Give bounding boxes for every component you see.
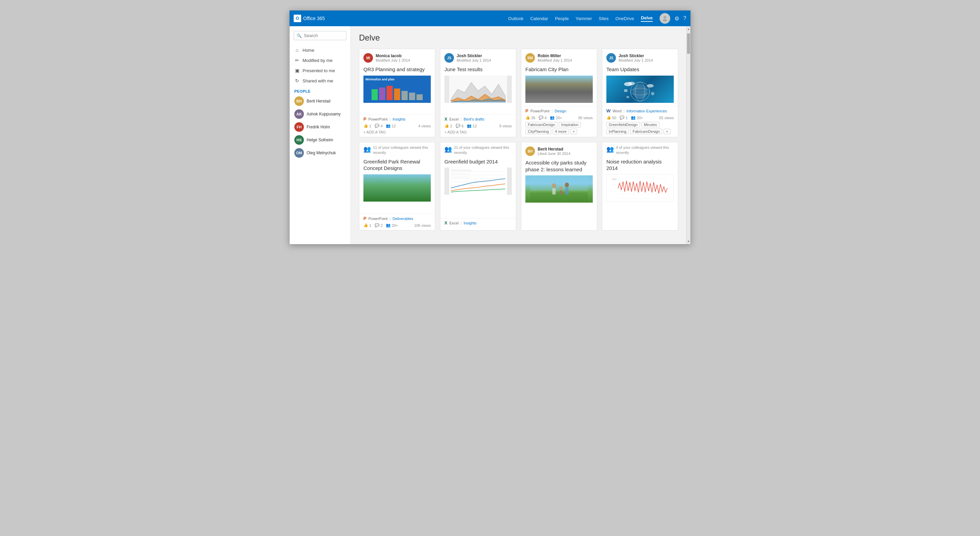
- tag-greenfield-design[interactable]: GreenfieldDesign: [606, 122, 640, 128]
- svg-point-18: [628, 82, 635, 85]
- tag-fabricam-design2[interactable]: FabricamDesign: [630, 129, 662, 134]
- top-navigation: O Office 365 Outlook Calendar People Yam…: [290, 11, 690, 26]
- tag-inspiration[interactable]: Inspiration: [559, 122, 581, 128]
- card-title-june[interactable]: June Test results: [440, 65, 516, 76]
- likes-team: 50: [612, 116, 616, 120]
- scroll-thumb[interactable]: [687, 34, 690, 54]
- card-tag-link-fabricam[interactable]: Design: [555, 109, 566, 113]
- card-title-budget[interactable]: Greenfield budget 2014: [440, 157, 516, 168]
- app-logo[interactable]: O Office 365: [294, 14, 325, 22]
- comment-icon: 💬: [375, 124, 379, 128]
- settings-icon[interactable]: ⚙: [675, 15, 679, 22]
- powerpoint-icon: P: [363, 116, 366, 121]
- comment-icon-fab: 💬: [539, 115, 543, 120]
- card-tag-link-team[interactable]: Information Experiences: [627, 109, 667, 113]
- card-footer-fabricam: P PowerPoint | Design 👍36 💬4 👥20+ 95 vie…: [521, 106, 597, 137]
- card-author-fabricam: Robin Miller: [538, 53, 572, 58]
- user-avatar[interactable]: [659, 13, 670, 24]
- card-date-qr3: Modified July 1 2014: [375, 58, 410, 62]
- content-area: Delve MI Monica Iacob Modified July 1 20…: [351, 26, 686, 244]
- card-tag-link-park[interactable]: Deliverables: [393, 217, 414, 221]
- card-stats-qr3: 👍1 💬4 👥12 4 views: [363, 124, 431, 128]
- colleagues-june: 12: [473, 124, 477, 128]
- nav-delve[interactable]: Delve: [641, 15, 653, 22]
- app-label-qr3: PowerPoint: [369, 117, 388, 121]
- person-ashok[interactable]: AK Ashok Kuppusamy: [290, 108, 350, 121]
- app-label-june: Excel: [450, 117, 459, 121]
- sidebar-navigation: ⌂ Home ✏ Modified by me ▣ Presented to m…: [290, 45, 350, 86]
- top-nav-right: ⚙ ?: [659, 13, 686, 24]
- nav-outlook[interactable]: Outlook: [508, 16, 523, 21]
- card-june-test: JS Josh Stickler Modified July 1 2014 Ju…: [440, 49, 516, 137]
- card-title-park[interactable]: Greenfield Park Renewal Concept Designs: [360, 157, 435, 174]
- svg-point-1: [663, 19, 667, 21]
- add-tag-btn-june[interactable]: + ADD A TAG: [444, 130, 512, 134]
- card-tag-link-june[interactable]: Berit's drafts: [463, 117, 484, 121]
- views-june: 9 views: [499, 124, 512, 128]
- scroll-down-button[interactable]: ▼: [687, 239, 690, 244]
- card-tag-link-qr3[interactable]: Insights: [393, 117, 406, 121]
- context-text-noise: 4 of your colleagues viewed this recentl…: [616, 145, 674, 156]
- person-fredrik[interactable]: FH Fredrik Holm: [290, 121, 350, 134]
- cards-row-2: 👥 11 of your colleagues viewed this rece…: [359, 142, 678, 231]
- card-avatar-robin: RM: [525, 53, 535, 63]
- card-date-june: Modified July 1 2014: [457, 58, 491, 62]
- svg-rect-20: [624, 89, 627, 92]
- sidebar-item-home[interactable]: ⌂ Home: [290, 45, 350, 55]
- person-oleg[interactable]: OM Oleg Melnychuk: [290, 147, 350, 160]
- card-header-parks: BH Berit Herstad Liked June 30 2014: [521, 142, 597, 158]
- scroll-up-button[interactable]: ▲: [687, 26, 690, 32]
- card-title-parks[interactable]: Accessible city parks study phase 2: les…: [521, 158, 597, 175]
- person-berit[interactable]: BH Berit Herstad: [290, 95, 350, 108]
- person-helge[interactable]: HS Helge Solheim: [290, 134, 350, 147]
- context-text-park: 11 of your colleagues viewed this recent…: [373, 145, 431, 156]
- sidebar-item-presented[interactable]: ▣ Presented to me: [290, 65, 350, 76]
- svg-rect-30: [451, 169, 471, 172]
- like-icon: 👍: [363, 124, 368, 128]
- main-layout: 🔍 ⌂ Home ✏ Modified by me ▣ Presented to…: [290, 26, 690, 244]
- app-label-park: PowerPoint: [369, 217, 388, 221]
- add-tag-btn-qr3[interactable]: + ADD A TAG: [363, 130, 431, 134]
- card-avatar-josh2: JS: [606, 53, 616, 63]
- card-footer-qr3: P PowerPoint | Insights 👍1 💬4 👥12 4 view…: [360, 114, 435, 137]
- scroll-track[interactable]: [687, 32, 690, 239]
- sidebar-item-shared[interactable]: ↻ Shared with me: [290, 76, 350, 86]
- card-title-fabricam[interactable]: Fabricam City Plan: [521, 65, 597, 76]
- views-park: 106 views: [414, 223, 431, 228]
- card-tags-fabricam: FabricamDesign Inspiration CityPlanning …: [525, 122, 593, 134]
- svg-rect-2: [372, 89, 378, 100]
- card-noise-reduction: 👥 4 of your colleagues viewed this recen…: [602, 142, 678, 231]
- tag-plus-team[interactable]: +: [663, 129, 670, 134]
- card-tag-link-budget[interactable]: Insights: [463, 221, 476, 225]
- card-stats-fabricam: 👍36 💬4 👥20+ 95 views: [525, 115, 593, 120]
- card-title-noise[interactable]: Noise reduction analysis 2014: [602, 157, 678, 174]
- tag-inplanning[interactable]: InPlanning: [606, 129, 629, 134]
- card-thumbnail-qr3: Minimalize and plan: [363, 76, 431, 103]
- card-date-fabricam: Modified July 1 2014: [538, 58, 572, 62]
- card-thumbnail-noise: Trend: [606, 174, 674, 202]
- page-title: Delve: [359, 33, 678, 43]
- card-author-team: Josh Stickler: [619, 53, 653, 58]
- help-icon[interactable]: ?: [683, 15, 686, 21]
- tag-fabricam-design[interactable]: FabricamDesign: [525, 122, 557, 128]
- search-icon: 🔍: [297, 34, 302, 38]
- sidebar-item-modified[interactable]: ✏ Modified by me: [290, 55, 350, 65]
- nav-calendar[interactable]: Calendar: [530, 16, 548, 21]
- tag-minutes[interactable]: Minutes: [641, 122, 659, 128]
- excel-icon-budget: X: [444, 220, 447, 225]
- nav-sites[interactable]: Sites: [599, 16, 609, 21]
- svg-point-35: [552, 183, 556, 188]
- comment-icon-park: 💬: [375, 223, 379, 228]
- nav-people[interactable]: People: [555, 16, 569, 21]
- search-box[interactable]: 🔍: [294, 31, 347, 40]
- sidebar-shared-label: Shared with me: [302, 78, 333, 83]
- nav-onedrive[interactable]: OneDrive: [615, 16, 634, 21]
- nav-yammer[interactable]: Yammer: [576, 16, 592, 21]
- tag-more[interactable]: 4 more: [553, 129, 569, 134]
- card-title-qr3[interactable]: QR3 Planning and strategy: [360, 65, 435, 76]
- card-title-team[interactable]: Team Updates: [602, 65, 678, 76]
- colleagues-team: 20+: [637, 116, 643, 120]
- search-input[interactable]: [304, 33, 343, 38]
- tag-city-planning[interactable]: CityPlanning: [525, 129, 551, 134]
- tag-plus[interactable]: +: [570, 129, 577, 134]
